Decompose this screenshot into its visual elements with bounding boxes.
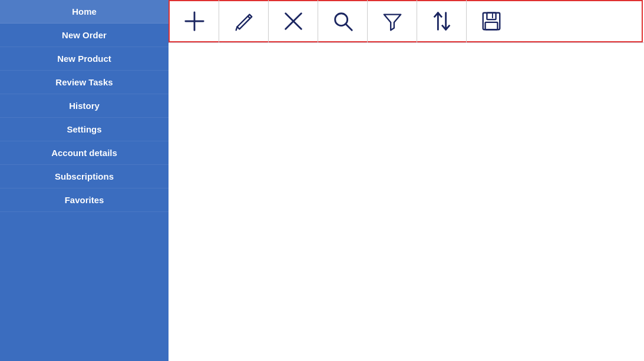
sidebar-item-new-order[interactable]: New Order [0,24,169,47]
sidebar-item-favorites[interactable]: Favorites [0,188,169,212]
search-icon [332,10,354,32]
edit-icon [233,10,255,32]
content-area [169,42,644,361]
toolbar [169,0,643,42]
svg-line-7 [345,24,351,30]
plus-icon [183,10,206,32]
sidebar: HomeNew OrderNew ProductReview TasksHist… [0,0,169,361]
close-icon [282,10,305,32]
delete-button[interactable] [269,0,318,42]
sidebar-item-new-product[interactable]: New Product [0,47,169,71]
svg-rect-11 [487,13,496,19]
svg-rect-12 [486,22,498,29]
sidebar-item-subscriptions[interactable]: Subscriptions [0,165,169,188]
save-button[interactable] [467,0,516,42]
svg-line-2 [247,16,250,18]
sidebar-item-home[interactable]: Home [0,0,169,24]
sort-button[interactable] [417,0,467,42]
add-button[interactable] [170,0,219,42]
search-button[interactable] [318,0,368,42]
save-icon [480,10,503,32]
edit-button[interactable] [219,0,269,42]
sidebar-item-history[interactable]: History [0,94,169,118]
sort-icon [431,10,453,32]
svg-line-3 [236,27,237,31]
sidebar-item-settings[interactable]: Settings [0,118,169,141]
sidebar-item-review-tasks[interactable]: Review Tasks [0,71,169,94]
filter-button[interactable] [368,0,417,42]
main-content [169,0,644,361]
sidebar-item-account-details[interactable]: Account details [0,141,169,165]
filter-icon [381,10,404,32]
